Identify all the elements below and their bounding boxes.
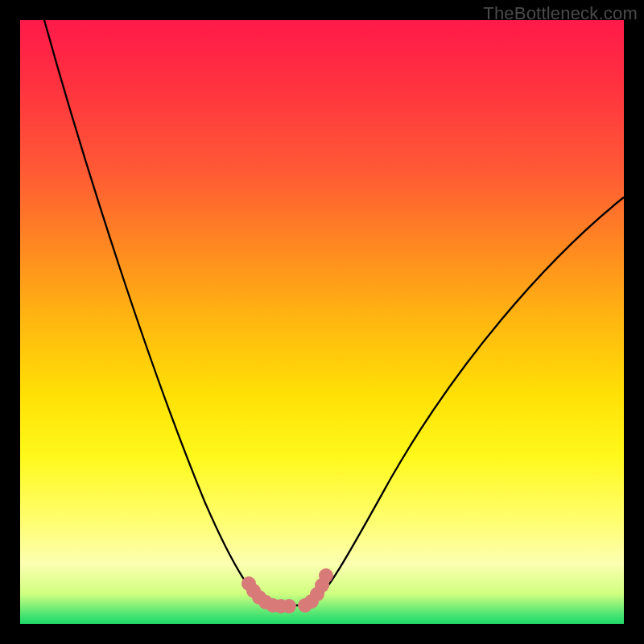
watermark-text: TheBottleneck.com xyxy=(483,3,638,24)
marker-dot xyxy=(282,599,296,613)
left-curve xyxy=(44,20,270,605)
right-curve xyxy=(310,197,624,605)
curve-layer xyxy=(44,20,624,605)
chart-svg xyxy=(20,20,624,624)
marker-dot xyxy=(319,568,333,583)
chart-plot-area xyxy=(20,20,624,624)
marker-layer xyxy=(242,568,333,613)
